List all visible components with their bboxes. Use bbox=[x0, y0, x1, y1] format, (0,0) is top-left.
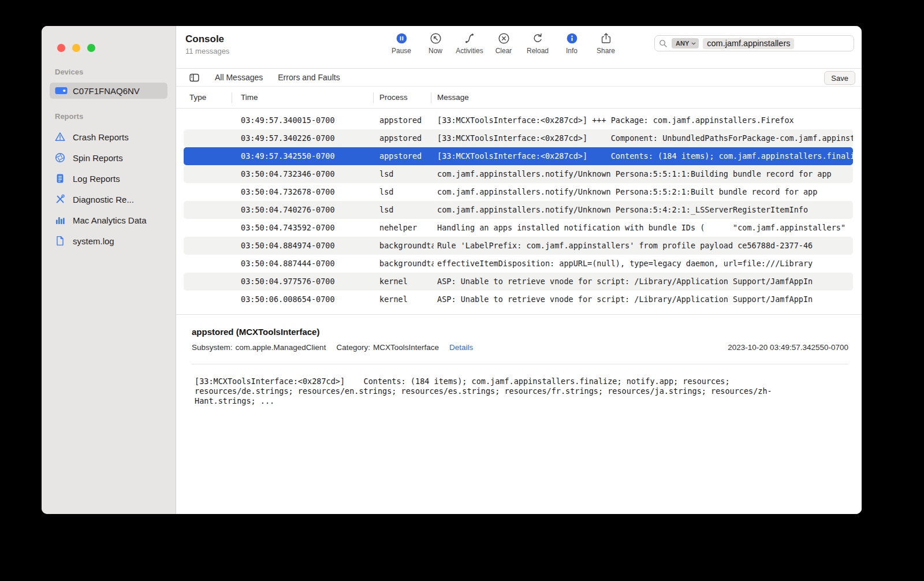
search-input[interactable]: com.jamf.appinstallers bbox=[703, 38, 794, 49]
sidebar-report-system-log[interactable]: system.log bbox=[42, 230, 176, 251]
bar-chart-icon bbox=[54, 214, 66, 226]
column-header-time[interactable]: Time bbox=[234, 87, 376, 109]
info-button[interactable]: Info bbox=[558, 30, 586, 55]
reload-button[interactable]: Reload bbox=[524, 30, 552, 55]
details-link[interactable]: Details bbox=[449, 343, 473, 352]
table-row[interactable]: 03:49:57.342550-0700 appstored [33:MCXTo… bbox=[184, 147, 853, 165]
sidebar-item-device[interactable]: C07F1FNAQ6NV bbox=[50, 83, 167, 99]
reload-icon bbox=[531, 30, 545, 46]
detail-process-title: appstored (MCXToolsInterface) bbox=[192, 327, 319, 337]
file-icon bbox=[54, 235, 66, 247]
sidebar-toggle-icon[interactable] bbox=[189, 72, 200, 83]
column-header-type[interactable]: Type bbox=[184, 87, 234, 109]
column-header-message[interactable]: Message bbox=[434, 87, 853, 109]
subsystem-label: Subsystem: bbox=[192, 343, 233, 352]
filter-bar: All Messages Errors and Faults Save bbox=[176, 68, 862, 87]
search-icon bbox=[659, 39, 668, 48]
category-value: MCXToolsInterface bbox=[373, 343, 439, 352]
table-row[interactable]: 03:50:04.743592-0700 nehelper Handling a… bbox=[184, 219, 853, 237]
now-icon bbox=[429, 30, 442, 46]
page-title: Console bbox=[185, 33, 229, 45]
now-button[interactable]: Now bbox=[422, 30, 449, 55]
save-button[interactable]: Save bbox=[824, 71, 855, 85]
category-label: Category: bbox=[336, 343, 370, 352]
sidebar: Devices C07F1FNAQ6NV Reports Crash Repor… bbox=[42, 26, 176, 514]
share-button[interactable]: Share bbox=[592, 30, 620, 55]
device-name: C07F1FNAQ6NV bbox=[73, 86, 140, 96]
info-icon bbox=[565, 30, 579, 46]
clear-icon bbox=[497, 30, 511, 46]
reports-section-label: Reports bbox=[55, 112, 83, 121]
main-content: Console 11 messages Pause Now Activities… bbox=[176, 26, 862, 514]
pause-icon bbox=[395, 30, 408, 46]
traffic-lights bbox=[57, 44, 95, 52]
window-header: Console 11 messages bbox=[185, 33, 229, 55]
device-icon bbox=[55, 86, 68, 95]
sidebar-report-log-reports[interactable]: Log Reports bbox=[42, 168, 176, 189]
detail-divider bbox=[192, 364, 848, 364]
table-row[interactable]: 03:49:57.340015-0700 appstored [33:MCXTo… bbox=[184, 111, 853, 129]
search-field[interactable]: ANY com.jamf.appinstallers bbox=[654, 35, 854, 51]
log-table: 03:49:57.340015-0700 appstored [33:MCXTo… bbox=[184, 111, 853, 308]
table-row[interactable]: 03:50:04.732346-0700 lsd com.jamf.appins… bbox=[184, 165, 853, 183]
table-row[interactable]: 03:50:04.732678-0700 lsd com.jamf.appins… bbox=[184, 183, 853, 201]
detail-pane: appstored (MCXToolsInterface) Subsystem:… bbox=[176, 314, 862, 514]
detail-message-body: [33:MCXToolsInterface:<0x287cd>] Content… bbox=[195, 377, 781, 406]
warning-icon bbox=[54, 131, 66, 143]
tools-icon bbox=[54, 193, 66, 205]
minimize-button[interactable] bbox=[72, 44, 80, 52]
table-row[interactable]: 03:49:57.340226-0700 appstored [33:MCXTo… bbox=[184, 129, 853, 147]
log-doc-icon bbox=[54, 173, 66, 184]
table-row[interactable]: 03:50:04.740276-0700 lsd com.jamf.appins… bbox=[184, 201, 853, 219]
tab-all-messages[interactable]: All Messages bbox=[215, 73, 263, 82]
message-count: 11 messages bbox=[185, 47, 229, 55]
table-row[interactable]: 03:50:06.008654-0700 kernel ASP: Unable … bbox=[184, 290, 853, 308]
table-row[interactable]: 03:50:04.887444-0700 backgroundtaskmanag… bbox=[184, 255, 853, 273]
reports-list: Crash Reports Spin Reports Log Reports D… bbox=[42, 126, 176, 251]
detail-meta: Subsystem: com.apple.ManagedClient Categ… bbox=[192, 343, 473, 352]
subsystem-value: com.apple.ManagedClient bbox=[236, 343, 326, 352]
sidebar-report-spin-reports[interactable]: Spin Reports bbox=[42, 147, 176, 168]
tab-errors-and-faults[interactable]: Errors and Faults bbox=[278, 73, 340, 82]
search-scope-dropdown[interactable]: ANY bbox=[672, 38, 699, 49]
toolbar: Pause Now Activities Clear Reload Info S… bbox=[388, 30, 620, 55]
pause-button[interactable]: Pause bbox=[388, 30, 415, 55]
console-window: Devices C07F1FNAQ6NV Reports Crash Repor… bbox=[42, 26, 862, 514]
sidebar-report-mac-analytics-data[interactable]: Mac Analytics Data bbox=[42, 210, 176, 230]
share-icon bbox=[599, 30, 613, 46]
close-button[interactable] bbox=[57, 44, 65, 52]
devices-section-label: Devices bbox=[55, 68, 83, 76]
sidebar-report-crash-reports[interactable]: Crash Reports bbox=[42, 126, 176, 147]
activities-button[interactable]: Activities bbox=[456, 30, 483, 55]
zoom-button[interactable] bbox=[87, 44, 95, 52]
search-scope-value: ANY bbox=[676, 40, 689, 47]
column-header-process[interactable]: Process bbox=[376, 87, 434, 109]
table-row[interactable]: 03:50:04.884974-0700 backgroundtaskmanag… bbox=[184, 237, 853, 255]
table-row[interactable]: 03:50:04.977576-0700 kernel ASP: Unable … bbox=[184, 273, 853, 290]
spin-icon bbox=[54, 152, 66, 163]
chevron-down-icon bbox=[691, 42, 696, 45]
table-header: Type Time Process Message bbox=[176, 87, 862, 109]
activities-icon bbox=[463, 30, 476, 46]
clear-button[interactable]: Clear bbox=[490, 30, 517, 55]
sidebar-report-diagnostic-re-[interactable]: Diagnostic Re... bbox=[42, 189, 176, 210]
detail-timestamp: 2023-10-20 03:49:57.342550-0700 bbox=[728, 343, 848, 352]
